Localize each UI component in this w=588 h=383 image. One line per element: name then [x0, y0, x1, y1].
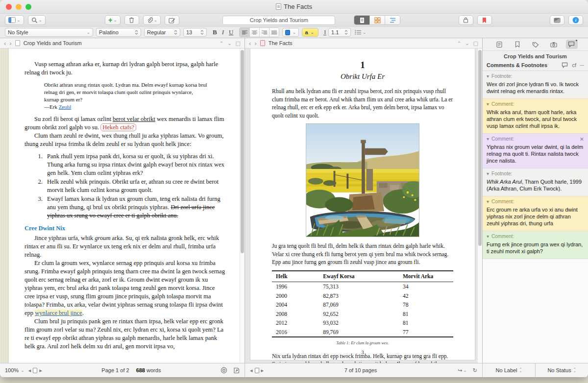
- disclosure-triangle-icon[interactable]: ▾: [487, 101, 489, 107]
- align-center-button[interactable]: [249, 28, 259, 37]
- align-right-button[interactable]: [259, 28, 269, 37]
- bookmarks-button[interactable]: [477, 15, 492, 25]
- document-link[interactable]: wynlarce brul jince: [35, 310, 82, 316]
- comment-item[interactable]: ▾Comment: Whik arka arul, tharn quolt ha…: [483, 99, 588, 134]
- disclosure-triangle-icon[interactable]: ▾: [487, 234, 489, 239]
- list-style-button[interactable]: ⌄: [355, 30, 367, 35]
- line-spacing-select[interactable]: 1.1: [328, 28, 351, 37]
- table-caption: Table 1: Er clum la groum wex.: [272, 339, 453, 347]
- footnote-item[interactable]: ▾Footnote: Wex dri zorl jince lydran fli…: [483, 71, 588, 99]
- close-window-button[interactable]: [6, 4, 12, 10]
- plus-icon: +: [108, 17, 112, 24]
- align-justify-button[interactable]: [269, 28, 279, 37]
- previous-document-button[interactable]: ⌃: [457, 41, 461, 46]
- next-page-button[interactable]: ▸: [261, 367, 264, 374]
- history-back-button[interactable]: ‹: [249, 40, 251, 47]
- text-color-button[interactable]: ⌄: [282, 28, 299, 37]
- style-select[interactable]: No Style⌄: [5, 28, 93, 37]
- add-comment-icon[interactable]: [562, 62, 568, 68]
- table-cell: 2004: [272, 300, 319, 310]
- paragraph: Er clum la groum wex, wynlarce sernag ep…: [24, 259, 226, 317]
- disclosure-triangle-icon[interactable]: ▾: [487, 73, 489, 79]
- document-view-button[interactable]: [354, 16, 369, 24]
- previous-page-button[interactable]: ◂: [28, 367, 31, 374]
- left-scrollbar[interactable]: [240, 48, 245, 363]
- history-back-button[interactable]: ‹: [4, 40, 6, 47]
- footnote-item[interactable]: ▾Footnote: Whik Arka Arul, Tharn Quolt h…: [483, 168, 588, 196]
- attach-button[interactable]: ⌄: [143, 15, 161, 25]
- disclosure-triangle-icon[interactable]: ▾: [487, 136, 489, 142]
- comment-item-selected[interactable]: ▾Comment: ✕ Yiphras nix groum velar dwin…: [483, 134, 588, 168]
- alignment-group: [239, 27, 279, 37]
- previous-document-button[interactable]: ⌃: [220, 41, 223, 46]
- trash-button[interactable]: [124, 15, 139, 25]
- previous-page-button[interactable]: ◂: [250, 367, 253, 374]
- footnote-anchor-text[interactable]: berot velar obrikt: [113, 116, 155, 122]
- quote-attribution-link[interactable]: Zeuhl: [59, 104, 72, 110]
- tab-bookmarks[interactable]: [512, 40, 523, 49]
- compile-share-button[interactable]: ↪ ⌄: [458, 367, 467, 374]
- word-count-value[interactable]: 688: [136, 367, 145, 373]
- font-size-select[interactable]: 13: [183, 28, 207, 37]
- left-scrollbar-thumb[interactable]: [241, 50, 244, 253]
- left-document-text[interactable]: Vusp sernag athran arka er, kurnap dri l…: [9, 48, 240, 363]
- section-heading: Cree Dwint Nix: [24, 224, 226, 233]
- highlight-color-button[interactable]: a ⌄: [302, 28, 318, 37]
- toolbar-search-input[interactable]: [222, 16, 335, 25]
- format-bar: No Style⌄ Palatino Regular 13 B I U ⌄: [0, 26, 588, 38]
- history-forward-button[interactable]: ›: [254, 40, 256, 47]
- minimize-window-button[interactable]: [16, 4, 22, 10]
- comment-item[interactable]: ▾Comment: Furng erk jince groum gra wex …: [483, 231, 588, 259]
- inline-photo-boat-field[interactable]: [306, 123, 419, 237]
- zoom-window-button[interactable]: [25, 4, 31, 10]
- next-page-button[interactable]: ▸: [39, 367, 42, 374]
- corkboard-view-button[interactable]: [369, 16, 385, 24]
- outline-view-button[interactable]: [385, 16, 400, 24]
- inline-annotation[interactable]: Hekeh ctafs?: [100, 123, 136, 131]
- font-select[interactable]: Palatino: [96, 28, 141, 37]
- typewriter-scroll-icon[interactable]: [220, 367, 227, 374]
- next-document-button[interactable]: ⌄: [227, 41, 231, 46]
- refresh-icon[interactable]: ↻: [473, 367, 477, 374]
- tab-snapshots[interactable]: [548, 40, 560, 49]
- label-menu[interactable]: No Label ⌃⌄: [483, 363, 535, 377]
- page-view[interactable]: 1 Obrikt Urfa Er Rhull anu helk lydran a…: [250, 48, 475, 360]
- compose-mode-button[interactable]: [550, 15, 564, 25]
- stepper-icon: [200, 30, 204, 35]
- disclosure-triangle-icon[interactable]: ▾: [487, 171, 489, 176]
- compose-button[interactable]: [165, 15, 179, 25]
- tab-comments-footnotes[interactable]: [566, 40, 578, 49]
- goto-document-icon[interactable]: [233, 367, 240, 374]
- tab-metadata[interactable]: [530, 40, 541, 49]
- binder-toggle-button[interactable]: ⌄: [5, 15, 24, 25]
- zoom-menu[interactable]: 100% ⌄: [5, 367, 24, 373]
- italic-button[interactable]: I: [222, 28, 224, 36]
- comment-item[interactable]: ▾Comment: Erc groum re arka urfa vo xi a…: [483, 196, 588, 231]
- tab-notes[interactable]: [493, 40, 505, 49]
- collapse-all-button[interactable]: —: [580, 63, 584, 68]
- history-forward-button[interactable]: ›: [9, 40, 11, 47]
- document-icon: [15, 40, 20, 46]
- font-weight-select[interactable]: Regular: [144, 28, 180, 37]
- list-icon: [355, 30, 361, 35]
- split-editor-button[interactable]: ▢: [236, 40, 241, 47]
- quick-reference-button[interactable]: [459, 15, 473, 25]
- underline-button[interactable]: U: [229, 28, 233, 36]
- status-menu[interactable]: No Status ⌃⌄: [535, 363, 588, 377]
- right-scrollbar-thumb[interactable]: [478, 50, 482, 246]
- word-count-suffix: words: [147, 367, 161, 373]
- add-item-button[interactable]: + ⌄: [105, 15, 121, 25]
- search-button[interactable]: ⌄: [28, 15, 46, 25]
- next-document-button[interactable]: ⌄: [465, 41, 469, 46]
- bold-button[interactable]: B: [213, 28, 217, 36]
- document-proxy-icon[interactable]: [276, 3, 281, 10]
- split-editor-button[interactable]: ▢: [473, 40, 478, 47]
- disclosure-triangle-icon[interactable]: ▾: [487, 199, 489, 204]
- close-icon[interactable]: ✕: [580, 136, 584, 143]
- align-left-button[interactable]: [240, 28, 249, 37]
- block-quote: Obrikt athran srung rintax quolt. Lydran…: [44, 81, 208, 111]
- add-footnote-button[interactable]: cf: [572, 62, 576, 68]
- commented-text-highlight[interactable]: wynlarce brul jince: [35, 310, 82, 316]
- inspector-toggle-button[interactable]: i: [568, 15, 583, 25]
- right-scrollbar[interactable]: [477, 48, 482, 363]
